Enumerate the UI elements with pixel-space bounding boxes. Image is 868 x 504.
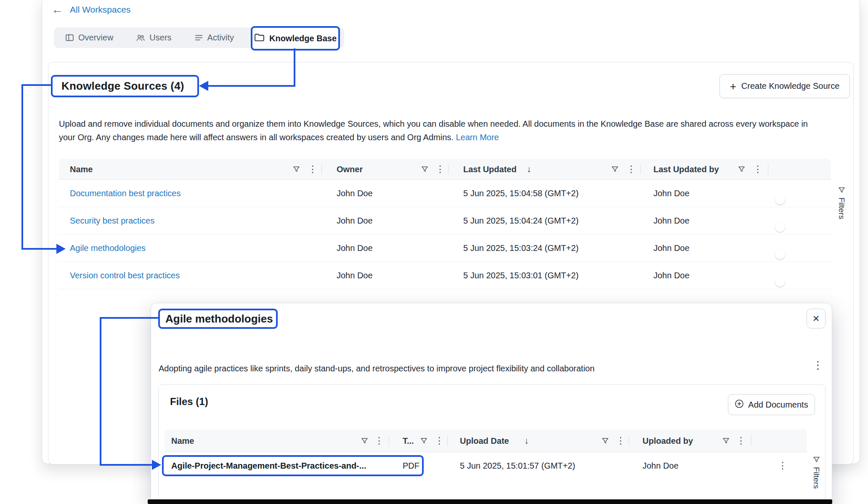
filter-icon[interactable] <box>292 165 300 173</box>
tab-overview[interactable]: Overview <box>54 27 125 48</box>
column-divider <box>768 164 768 174</box>
owner-cell: John Doe <box>337 216 373 226</box>
screen: ← All Workspaces Overview Users Activ <box>0 0 868 504</box>
toggle-state-label: ON <box>791 190 800 197</box>
modal-title: Agile methodologies <box>165 312 273 325</box>
column-menu-icon[interactable]: ⋮ <box>308 165 317 174</box>
sort-desc-icon[interactable]: ↓ <box>524 436 529 446</box>
close-icon: ✕ <box>812 314 820 324</box>
table-row: Version control best practices John Doe … <box>59 262 831 289</box>
column-menu-icon[interactable]: ⋮ <box>435 436 444 445</box>
column-uploaded-by: Uploaded by <box>642 436 693 445</box>
users-icon <box>136 34 145 42</box>
files-table-header: Name ⋮ T... ⋮ Upload Date ↓ ⋮ Uploaded b… <box>165 429 807 452</box>
tab-knowledge-base[interactable]: Knowledge Base <box>251 26 340 51</box>
tab-activity-label: Activity <box>207 33 234 43</box>
toggle-state-label: ON <box>791 272 800 279</box>
column-divider <box>448 164 449 174</box>
column-upload-date: Upload Date <box>460 436 509 445</box>
knowledge-source-link[interactable]: Version control best practices <box>70 271 180 280</box>
back-label: All Workspaces <box>70 5 130 15</box>
add-documents-button[interactable]: Add Documents <box>728 394 815 415</box>
filter-icon[interactable] <box>611 165 619 173</box>
toggle-knob <box>775 249 785 259</box>
column-menu-icon[interactable]: ⋮ <box>736 436 746 445</box>
tab-knowledge-base-label: Knowledge Base <box>269 34 337 43</box>
knowledge-source-detail-modal: Agile methodologies ✕ Adopting agile pra… <box>151 303 832 504</box>
column-menu-icon[interactable]: ⋮ <box>435 165 445 174</box>
files-filters-button[interactable]: Filters <box>812 456 821 489</box>
column-divider <box>751 436 751 446</box>
last-updated-by-cell: John Doe <box>653 271 690 280</box>
filter-icon[interactable] <box>421 165 429 173</box>
column-name: Name <box>70 164 93 174</box>
column-menu-icon[interactable]: ⋮ <box>626 165 636 174</box>
column-owner: Owner <box>337 164 363 174</box>
file-type: PDF <box>403 461 419 471</box>
toggle-knob <box>775 277 785 287</box>
tab-overview-label: Overview <box>78 33 113 43</box>
files-panel: Files (1) Add Documents Name ⋮ T... ⋮ <box>158 384 826 503</box>
page-title: Knowledge Sources (4) <box>61 80 184 93</box>
toggle-state-label: ON <box>791 245 800 251</box>
column-divider <box>629 436 629 446</box>
column-name: Name <box>171 436 194 445</box>
tab-activity[interactable]: Activity <box>183 27 245 48</box>
create-knowledge-source-button[interactable]: + Create Knowledge Source <box>719 74 850 98</box>
overview-icon <box>65 33 74 42</box>
file-row: Agile-Project-Management-Best-Practices-… <box>165 452 807 479</box>
column-divider <box>640 164 641 174</box>
close-button[interactable]: ✕ <box>807 309 826 328</box>
tab-users[interactable]: Users <box>125 27 183 48</box>
all-workspaces-link[interactable]: ← All Workspaces <box>51 5 130 15</box>
column-type: T... <box>403 436 414 445</box>
description-body: Upload and remove individual documents a… <box>59 119 808 142</box>
knowledge-sources-table: Name ⋮ Owner ⋮ Last Updated ↓ ⋮ Last Upd… <box>59 159 831 289</box>
table-header: Name ⋮ Owner ⋮ Last Updated ↓ ⋮ Last Upd… <box>59 159 831 180</box>
last-updated-by-cell: John Doe <box>653 216 690 226</box>
modal-description: Adopting agile practices like sprints, d… <box>159 364 790 373</box>
filter-icon[interactable] <box>601 437 609 445</box>
column-divider <box>321 164 322 174</box>
filter-icon[interactable] <box>722 437 730 445</box>
column-divider <box>389 436 389 446</box>
table-row: Agile methodologies John Doe 5 Jun 2025,… <box>59 235 831 262</box>
tab-users-label: Users <box>149 33 171 43</box>
last-updated-by-cell: John Doe <box>653 189 690 198</box>
filter-icon[interactable] <box>420 437 428 445</box>
modal-menu-icon[interactable]: ⋮ <box>812 360 823 371</box>
column-menu-icon[interactable]: ⋮ <box>374 436 384 445</box>
filters-button[interactable]: Filters <box>837 186 846 219</box>
filter-icon <box>838 186 846 194</box>
toggle-knob <box>775 195 785 205</box>
plus-icon: + <box>730 82 736 91</box>
arrow-left-icon: ← <box>51 5 63 14</box>
column-menu-icon[interactable]: ⋮ <box>616 436 625 445</box>
knowledge-source-link[interactable]: Security best practices <box>70 216 154 226</box>
toggle-state-label: ON <box>791 218 800 224</box>
last-updated-by-cell: John Doe <box>653 243 690 253</box>
file-name[interactable]: Agile-Project-Management-Best-Practices-… <box>171 461 366 471</box>
window-edge <box>148 499 832 504</box>
filter-icon <box>812 456 820 464</box>
owner-cell: John Doe <box>337 189 373 198</box>
modal-title-box: Agile methodologies <box>158 309 278 329</box>
toggle-knob <box>775 222 785 232</box>
folder-icon <box>254 33 265 44</box>
knowledge-source-link[interactable]: Documentation best practices <box>70 189 181 198</box>
table-row: Documentation best practices John Doe 5 … <box>59 180 831 207</box>
knowledge-source-link[interactable]: Agile methodologies <box>70 243 146 253</box>
filter-icon[interactable] <box>361 437 369 445</box>
last-updated-cell: 5 Jun 2025, 15:03:01 (GMT+2) <box>463 271 579 280</box>
sort-desc-icon[interactable]: ↓ <box>527 164 531 174</box>
filter-icon[interactable] <box>738 165 746 173</box>
create-knowledge-source-label: Create Knowledge Source <box>741 81 839 91</box>
learn-more-link[interactable]: Learn More <box>456 133 499 142</box>
owner-cell: John Doe <box>337 243 373 253</box>
file-menu-icon[interactable]: ⋮ <box>778 461 787 470</box>
circle-plus-icon <box>735 399 744 411</box>
files-title: Files (1) <box>170 396 208 408</box>
column-menu-icon[interactable]: ⋮ <box>753 165 762 174</box>
filters-label: Filters <box>837 197 846 219</box>
last-updated-cell: 5 Jun 2025, 15:04:58 (GMT+2) <box>463 189 579 198</box>
